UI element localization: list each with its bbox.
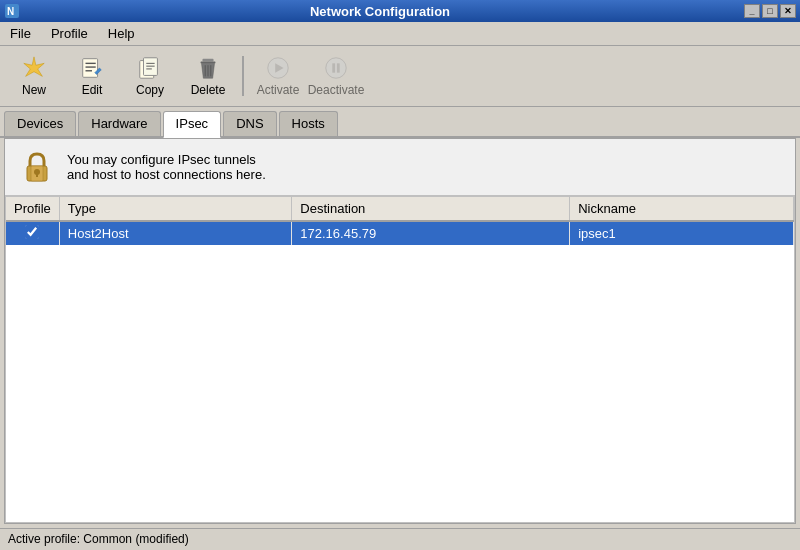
window-title: Network Configuration	[16, 4, 744, 19]
svg-rect-21	[337, 63, 340, 72]
close-button[interactable]: ✕	[780, 4, 796, 18]
copy-button[interactable]: Copy	[122, 50, 178, 102]
activate-button[interactable]: Activate	[250, 50, 306, 102]
ipsec-table: Profile Type Destination Nickname Host2H…	[6, 197, 794, 245]
info-text-line2: and host to host connections here.	[67, 167, 266, 182]
col-header-type: Type	[59, 197, 291, 221]
row-nickname: ipsec1	[570, 221, 794, 245]
menu-help[interactable]: Help	[102, 24, 141, 43]
copy-button-label: Copy	[136, 83, 164, 97]
edit-button[interactable]: Edit	[64, 50, 120, 102]
svg-marker-2	[24, 57, 44, 77]
title-bar: N Network Configuration _ □ ✕	[0, 0, 800, 22]
toolbar-separator	[242, 56, 244, 96]
svg-point-19	[326, 58, 346, 78]
menu-profile[interactable]: Profile	[45, 24, 94, 43]
col-header-profile: Profile	[6, 197, 59, 221]
delete-button-label: Delete	[191, 83, 226, 97]
window-controls: _ □ ✕	[744, 4, 800, 18]
svg-rect-20	[332, 63, 335, 72]
app-window: N Network Configuration _ □ ✕ File Profi…	[0, 0, 800, 550]
maximize-button[interactable]: □	[762, 4, 778, 18]
info-banner: You may configure IPsec tunnels and host…	[5, 139, 795, 196]
svg-rect-12	[202, 59, 213, 62]
svg-rect-13	[201, 62, 216, 64]
new-button-label: New	[22, 83, 46, 97]
tab-devices[interactable]: Devices	[4, 111, 76, 136]
svg-text:N: N	[7, 6, 14, 17]
minimize-button[interactable]: _	[744, 4, 760, 18]
row-destination: 172.16.45.79	[292, 221, 570, 245]
deactivate-button-label: Deactivate	[308, 83, 365, 97]
table-container: Profile Type Destination Nickname Host2H…	[5, 196, 795, 523]
col-header-destination: Destination	[292, 197, 570, 221]
info-text: You may configure IPsec tunnels and host…	[67, 152, 266, 182]
activate-button-label: Activate	[257, 83, 300, 97]
svg-rect-3	[83, 59, 98, 78]
tab-dns[interactable]: DNS	[223, 111, 276, 136]
tab-ipsec[interactable]: IPsec	[163, 111, 222, 138]
svg-rect-8	[144, 58, 158, 76]
toolbar: New Edit Copy	[0, 46, 800, 107]
deactivate-button[interactable]: Deactivate	[308, 50, 364, 102]
menu-bar: File Profile Help	[0, 22, 800, 46]
app-icon: N	[0, 3, 16, 19]
menu-file[interactable]: File	[4, 24, 37, 43]
row-checkbox-cell	[6, 221, 59, 245]
edit-button-label: Edit	[82, 83, 103, 97]
main-content: You may configure IPsec tunnels and host…	[4, 138, 796, 524]
content-wrapper: You may configure IPsec tunnels and host…	[0, 138, 800, 528]
info-text-line1: You may configure IPsec tunnels	[67, 152, 266, 167]
table-row[interactable]: Host2Host 172.16.45.79 ipsec1	[6, 221, 794, 245]
lock-icon	[19, 149, 55, 185]
row-checkbox[interactable]	[25, 225, 39, 239]
col-header-nickname: Nickname	[570, 197, 794, 221]
new-button[interactable]: New	[6, 50, 62, 102]
status-text: Active profile: Common (modified)	[8, 532, 189, 546]
table-header-row: Profile Type Destination Nickname	[6, 197, 794, 221]
tab-hosts[interactable]: Hosts	[279, 111, 338, 136]
row-type: Host2Host	[59, 221, 291, 245]
delete-button[interactable]: Delete	[180, 50, 236, 102]
svg-rect-25	[36, 172, 38, 177]
tab-bar: Devices Hardware IPsec DNS Hosts	[0, 107, 800, 138]
status-bar: Active profile: Common (modified)	[0, 528, 800, 550]
tab-hardware[interactable]: Hardware	[78, 111, 160, 136]
